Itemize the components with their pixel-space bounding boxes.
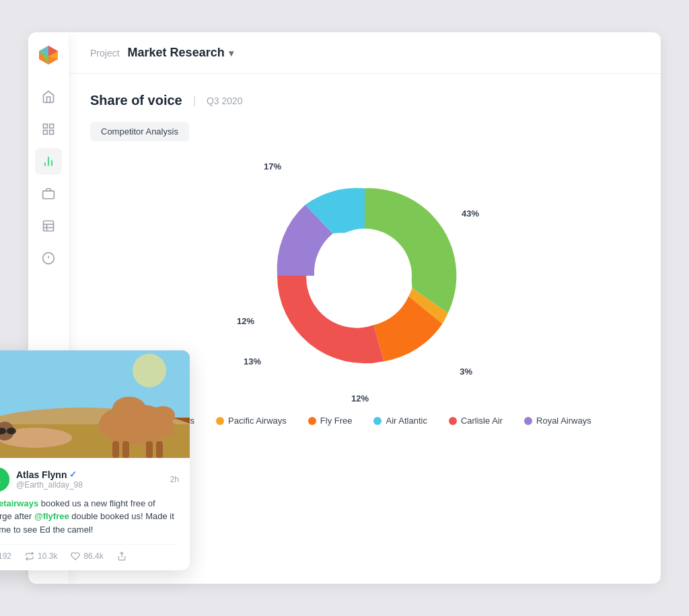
avatar: A — [0, 467, 9, 492]
donut-svg — [230, 155, 499, 397]
svg-point-37 — [0, 467, 9, 492]
legend-dot-royal — [524, 417, 532, 425]
sidebar-item-table[interactable] — [35, 213, 62, 239]
tweet-retweet-action[interactable]: 10.3k — [25, 551, 57, 561]
legend-label-carlisle: Carlisle Air — [461, 416, 503, 426]
project-name: Market Research — [128, 46, 225, 60]
legend-item-pacific: Pacific Airways — [216, 416, 287, 426]
tweet-mention-jetairways[interactable]: @Jetairways — [0, 498, 38, 508]
sidebar-item-grid[interactable] — [35, 116, 62, 143]
legend-dot-fly-free — [308, 417, 316, 425]
svg-rect-27 — [166, 422, 174, 436]
svg-rect-12 — [43, 191, 55, 199]
tweet-image-svg — [0, 350, 190, 458]
legend-item-carlisle: Carlisle Air — [449, 416, 503, 426]
donut-svg-wrapper: 43% 17% 12% 13% 12% 3% — [230, 155, 499, 410]
tweet-actions: 192 10.3k 86.4k — [0, 544, 179, 561]
svg-rect-7 — [44, 130, 48, 134]
app-logo — [36, 43, 61, 67]
svg-point-21 — [133, 354, 166, 387]
verified-badge: ✓ — [69, 469, 77, 479]
tweet-time: 2h — [170, 475, 179, 484]
svg-point-26 — [151, 406, 175, 425]
label-12-left: 12% — [237, 316, 254, 326]
tweet-user-info: Atlas Flynn ✓ @Earth_allday_98 — [16, 469, 83, 490]
tweet-handle: @Earth_allday_98 — [16, 480, 83, 490]
label-43: 43% — [462, 208, 479, 219]
legend-dot-pacific — [216, 417, 224, 425]
tweet-comment-action[interactable]: 192 — [0, 551, 11, 561]
legend-label-fly-free: Fly Free — [320, 416, 353, 426]
sidebar-item-home[interactable] — [35, 83, 62, 110]
tweet-image — [0, 350, 190, 458]
svg-rect-5 — [44, 124, 48, 128]
svg-point-35 — [7, 428, 16, 434]
legend-dot-carlisle — [449, 417, 457, 425]
tweet-like-action[interactable]: 86.4k — [71, 551, 103, 561]
label-13: 13% — [244, 356, 261, 367]
svg-rect-28 — [112, 441, 119, 458]
chart-subtitle: Q3 2020 — [207, 95, 243, 106]
comment-count: 192 — [0, 551, 11, 561]
svg-text:A: A — [0, 474, 1, 485]
tweet-text: @Jetairways booked us a new flight free … — [0, 497, 179, 537]
svg-rect-8 — [50, 130, 54, 134]
svg-rect-30 — [146, 441, 153, 458]
label-12-bottom: 12% — [351, 393, 369, 403]
tweet-username: Atlas Flynn ✓ — [16, 469, 83, 480]
legend-dot-air-atlantic — [373, 417, 382, 425]
svg-point-25 — [112, 397, 146, 421]
legend-label-royal: Royal Airways — [536, 416, 591, 426]
legend-item-air-atlantic: Air Atlantic — [373, 416, 427, 426]
svg-rect-29 — [122, 441, 129, 458]
retweet-icon — [25, 551, 34, 561]
chart-divider: | — [193, 95, 196, 107]
sidebar-item-briefcase[interactable] — [35, 180, 62, 207]
tweet-body: A Atlas Flynn ✓ @Earth_allday_98 2h @Jet… — [0, 458, 190, 571]
like-count: 86.4k — [83, 551, 103, 561]
like-icon — [71, 551, 80, 561]
donut-hole — [318, 229, 412, 323]
legend-label-pacific: Pacific Airways — [228, 416, 287, 426]
chart-title-row: Share of voice | Q3 2020 — [90, 93, 639, 108]
legend-item-fly-free: Fly Free — [308, 416, 353, 426]
sidebar-item-alert[interactable] — [35, 245, 62, 272]
svg-rect-6 — [50, 124, 54, 128]
project-label: Project — [90, 48, 120, 59]
share-icon — [117, 551, 126, 561]
chart-title: Share of voice — [90, 93, 182, 108]
legend-label-air-atlantic: Air Atlantic — [386, 416, 427, 426]
sidebar-item-chart[interactable] — [35, 148, 62, 175]
chevron-down-icon: ▾ — [229, 48, 233, 59]
tweet-user-row: A Atlas Flynn ✓ @Earth_allday_98 2h — [0, 467, 179, 492]
svg-rect-13 — [44, 221, 54, 231]
legend-item-royal: Royal Airways — [524, 416, 591, 426]
tweet-card: A Atlas Flynn ✓ @Earth_allday_98 2h @Jet… — [0, 350, 190, 571]
label-17: 17% — [264, 161, 281, 171]
header: Project Market Research ▾ — [69, 32, 661, 74]
tweet-share-action[interactable] — [117, 551, 126, 561]
retweet-count: 10.3k — [38, 551, 57, 561]
project-select[interactable]: Market Research ▾ — [128, 46, 233, 60]
competitor-tab[interactable]: Competitor Analysis — [90, 122, 189, 141]
label-3: 3% — [460, 367, 472, 377]
chart-legend: Jet Airways Pacific Airways Fly Free Air… — [138, 416, 591, 426]
svg-rect-31 — [156, 441, 163, 458]
tweet-mention-flyfree[interactable]: @flyfree — [34, 511, 69, 521]
